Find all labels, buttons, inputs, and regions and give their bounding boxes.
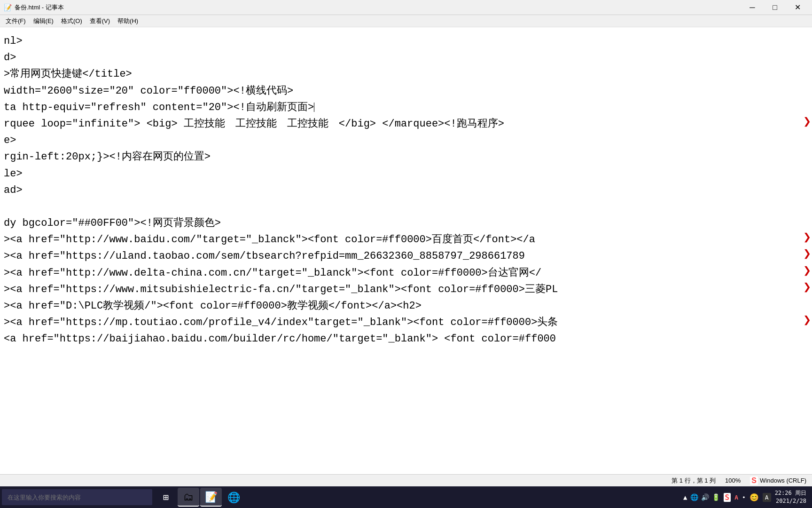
red-arrow-4: ❯	[803, 265, 811, 278]
code-line-3: >常用网页快捷键</title>	[4, 66, 812, 82]
code-line-14: ><a href="https://uland.taobao.com/sem/t…	[4, 248, 812, 264]
code-line-15: ><a href="http://www.delta-china.com.cn/…	[4, 265, 812, 281]
task-view-button[interactable]: ⊞	[155, 488, 177, 507]
code-line-7: e>	[4, 132, 812, 149]
system-tray: ▲ 🌐 🔊 🔋	[683, 493, 719, 501]
code-line-1: nl>	[4, 33, 812, 49]
menu-bar: 文件(F) 编辑(E) 格式(O) 查看(V) 帮助(H)	[0, 15, 812, 27]
code-line-11	[4, 198, 812, 215]
window-title: 备份.html - 记事本	[15, 3, 64, 12]
code-line-13: ><a href="http://www.baidu.com/"target="…	[4, 231, 812, 248]
title-bar: 📝 备份.html - 记事本 ─ □ ✕	[0, 0, 812, 15]
title-bar-left: 📝 备份.html - 记事本	[4, 3, 64, 12]
time-display: 22:26 周日	[775, 489, 806, 497]
code-line-16: ><a href="https://www.mitsubishielectric…	[4, 281, 812, 298]
punctuation-icon[interactable]: •	[742, 494, 746, 501]
close-button[interactable]: ✕	[787, 0, 808, 15]
tray-speaker[interactable]: 🔊	[701, 493, 709, 501]
menu-file[interactable]: 文件(F)	[2, 15, 30, 27]
taskbar-right: ▲ 🌐 🔊 🔋 S A • 😊 A 22:26 周日 2021/2/28	[683, 489, 810, 505]
menu-format[interactable]: 格式(O)	[57, 15, 86, 27]
encoding: S Windows (CRLF)	[750, 476, 806, 485]
code-line-6: rquee loop="infinite"> <big> 工控技能 工控技能 工…	[4, 116, 812, 132]
emoji-icon[interactable]: 😊	[750, 493, 759, 502]
menu-view[interactable]: 查看(V)	[86, 15, 114, 27]
red-arrow-1: ❯	[803, 116, 811, 129]
file-explorer-icon: 🗂	[183, 491, 194, 503]
title-bar-controls: ─ □ ✕	[742, 0, 808, 15]
browser-button[interactable]: 🌐	[223, 488, 244, 507]
tray-battery[interactable]: 🔋	[712, 493, 720, 501]
datetime-display[interactable]: 22:26 周日 2021/2/28	[775, 489, 806, 505]
code-line-4: width="2600"size="20" color="ff0000"><!横…	[4, 83, 812, 99]
notepad-icon: 📝	[205, 491, 218, 503]
sogou-icon: S	[750, 476, 758, 485]
taskbar: ⊞ 🗂 📝 🌐 ▲ 🌐 🔊 🔋 S A • 😊 A 22:26 周日 2021/…	[0, 486, 812, 508]
status-bar: 第 1 行，第 1 列 100% S Windows (CRLF)	[0, 474, 812, 486]
red-arrow-3: ❯	[803, 248, 811, 261]
sogou-a-icon[interactable]: A	[734, 494, 738, 501]
red-arrow-2: ❯	[803, 231, 811, 245]
code-line-18: ><a href="https://mp.toutiao.com/profile…	[4, 314, 812, 331]
app-icon: 📝	[4, 4, 12, 11]
minimize-button[interactable]: ─	[742, 0, 763, 15]
maximize-button[interactable]: □	[764, 0, 786, 15]
taskview-icon: ⊞	[163, 492, 169, 503]
notepad-button[interactable]: 📝	[200, 488, 222, 507]
editor-area[interactable]: nl> d> >常用网页快捷键</title> width="2600"size…	[0, 27, 812, 496]
date-display: 2021/2/28	[775, 497, 806, 505]
taskbar-search-input[interactable]	[2, 489, 152, 505]
tray-chevron[interactable]: ▲	[683, 493, 687, 501]
code-line-17: ><a href="D:\PLC教学视频/"><font color=#ff00…	[4, 298, 812, 314]
code-line-19: <a href="https://baijiahao.baidu.com/bui…	[4, 331, 812, 347]
browser-icon: 🌐	[227, 492, 240, 503]
file-explorer-button[interactable]: 🗂	[178, 488, 199, 507]
sogou-taskbar-icon[interactable]: S	[724, 493, 731, 502]
zoom-level: 100%	[725, 477, 741, 484]
code-line-9: le>	[4, 166, 812, 182]
cursor-position: 第 1 行，第 1 列	[671, 476, 716, 485]
code-line-8: rgin-left:20px;}><!内容在网页的位置>	[4, 149, 812, 165]
code-line-10: ad>	[4, 182, 812, 198]
tray-network[interactable]: 🌐	[690, 493, 698, 501]
red-arrow-5: ❯	[803, 281, 811, 294]
red-arrow-6: ❯	[803, 314, 811, 327]
code-line-12: dy bgcolor="##00FF00"><!网页背景颜色>	[4, 215, 812, 231]
code-line-2: d>	[4, 49, 812, 66]
code-line-5: ta http-equiv="refresh" content="20"><!自…	[4, 99, 812, 116]
menu-edit[interactable]: 编辑(E)	[30, 15, 57, 27]
ime-en-indicator[interactable]: A	[763, 493, 771, 502]
menu-help[interactable]: 帮助(H)	[114, 15, 142, 27]
